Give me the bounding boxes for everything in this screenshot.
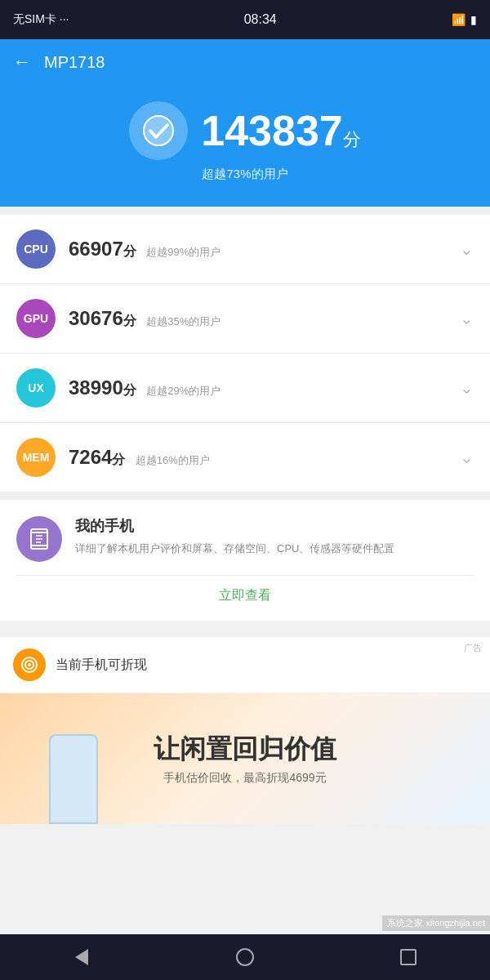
gap-3 xyxy=(0,621,490,629)
svg-point-9 xyxy=(28,663,31,666)
ux-score-value: 38990分 xyxy=(69,376,136,399)
home-circle-icon xyxy=(236,948,254,966)
gpu-score-card[interactable]: GPU 30676分 超越35%的用户 ⌄ xyxy=(0,284,490,354)
back-triangle-icon xyxy=(75,949,88,965)
nav-back-button[interactable] xyxy=(65,945,98,969)
mem-score-pct: 超越16%的用户 xyxy=(136,454,210,466)
gap-1 xyxy=(0,207,490,215)
mem-badge: MEM xyxy=(16,438,56,477)
cpu-score-value: 66907分 xyxy=(69,238,136,260)
cpu-score-card[interactable]: CPU 66907分 超越99%的用户 ⌄ xyxy=(0,215,490,284)
ad-card: 当前手机可折现 广告 让闲置回归价值 手机估价回收，最高折现4699元 xyxy=(0,637,490,824)
ad-image[interactable]: 让闲置回归价值 手机估价回收，最高折现4699元 xyxy=(0,693,490,824)
ux-score-info: 38990分 超越29%的用户 xyxy=(69,376,460,399)
gpu-score-pct: 超越35%的用户 xyxy=(146,315,220,327)
ad-label: 广告 xyxy=(464,642,482,654)
my-phone-info: 我的手机 详细了解本机用户评价和屏幕、存储空间、CPU、传感器等硬件配置 xyxy=(75,516,394,558)
score-unit: 分 xyxy=(343,129,361,149)
ux-score-pct: 超越29%的用户 xyxy=(146,385,220,397)
back-button[interactable]: ← xyxy=(13,51,31,73)
ad-image-sub: 手机估价回收，最高折现4699元 xyxy=(163,771,326,786)
mem-score-card[interactable]: MEM 7264分 超越16%的用户 ⌄ xyxy=(0,423,490,492)
score-cards: CPU 66907分 超越99%的用户 ⌄ GPU 30676分 超越35%的用… xyxy=(0,215,490,492)
sim-status: 无SIM卡 ··· xyxy=(13,12,69,27)
svg-point-0 xyxy=(144,116,173,145)
toolbar-title: MP1718 xyxy=(44,53,105,72)
my-phone-inner: 我的手机 详细了解本机用户评价和屏幕、存储空间、CPU、传感器等硬件配置 xyxy=(16,516,474,562)
recent-square-icon xyxy=(400,949,416,965)
ux-badge: UX xyxy=(16,368,56,408)
ux-score-card[interactable]: UX 38990分 超越29%的用户 ⌄ xyxy=(0,354,490,423)
ad-image-text: 让闲置回归价值 xyxy=(154,732,336,768)
nav-recent-button[interactable] xyxy=(392,945,425,969)
status-right: 📶 ▮ xyxy=(452,13,477,26)
ad-bar[interactable]: 当前手机可折现 广告 xyxy=(0,637,490,693)
gpu-score-info: 30676分 超越35%的用户 xyxy=(69,307,460,330)
bottom-nav xyxy=(0,934,490,980)
gpu-chevron-icon: ⌄ xyxy=(460,309,474,328)
my-phone-title: 我的手机 xyxy=(75,516,394,536)
view-link[interactable]: 立即查看 xyxy=(16,575,474,604)
gpu-badge: GPU xyxy=(16,299,56,338)
status-time: 08:34 xyxy=(244,12,277,27)
score-subtitle: 超越73%的用户 xyxy=(202,167,287,182)
status-left: 无SIM卡 ··· xyxy=(13,12,69,27)
toolbar: ← MP1718 xyxy=(0,39,490,85)
ux-chevron-icon: ⌄ xyxy=(460,378,474,398)
score-main-row: 143837分 xyxy=(129,101,361,160)
gpu-score-value: 30676分 xyxy=(69,307,136,329)
status-bar: 无SIM卡 ··· 08:34 📶 ▮ xyxy=(0,0,490,39)
total-score: 143837 xyxy=(201,107,343,154)
mem-score-info: 7264分 超越16%的用户 xyxy=(69,446,460,469)
my-phone-card: 我的手机 详细了解本机用户评价和屏幕、存储空间、CPU、传感器等硬件配置 立即查… xyxy=(0,500,490,621)
cpu-badge: CPU xyxy=(16,229,56,269)
score-header: 143837分 超越73%的用户 xyxy=(0,85,490,207)
gap-2 xyxy=(0,492,490,500)
mem-score-value: 7264分 xyxy=(69,446,125,468)
ad-badge xyxy=(13,648,46,681)
watermark: 系统之家 xitongzhijia.net xyxy=(382,915,490,931)
phone-silhouette-decoration xyxy=(49,734,98,824)
my-phone-desc: 详细了解本机用户评价和屏幕、存储空间、CPU、传感器等硬件配置 xyxy=(75,541,394,558)
cpu-chevron-icon: ⌄ xyxy=(460,239,474,259)
wifi-icon: 📶 xyxy=(452,13,466,26)
cpu-score-pct: 超越99%的用户 xyxy=(146,246,220,258)
battery-icon: ▮ xyxy=(470,13,477,26)
ad-title: 当前手机可折现 xyxy=(56,657,477,674)
my-phone-badge xyxy=(16,516,62,562)
check-circle xyxy=(129,101,188,160)
nav-home-button[interactable] xyxy=(229,945,261,969)
cpu-score-info: 66907分 超越99%的用户 xyxy=(69,238,460,261)
mem-chevron-icon: ⌄ xyxy=(460,448,474,467)
total-score-container: 143837分 xyxy=(201,109,361,152)
